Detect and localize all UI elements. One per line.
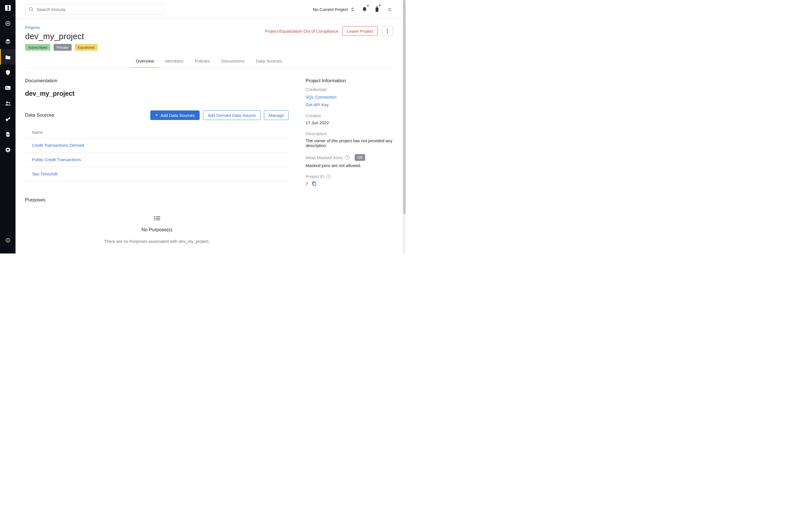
notifications-button[interactable] — [362, 6, 367, 12]
purposes-heading: Purposes — [25, 197, 289, 203]
project-id-value: 7 — [306, 181, 308, 186]
table-row: Taxi Timeshift — [25, 167, 289, 181]
masked-joins-label: Allow Masked Joins — [306, 155, 343, 160]
project-id-label: Project ID — [306, 174, 324, 179]
svg-rect-21 — [156, 218, 160, 219]
masked-joins-row: Allow Masked Joins ? Off — [306, 154, 393, 161]
tab-discussions[interactable]: Discussions — [220, 56, 246, 68]
sidebar-item-settings[interactable] — [0, 142, 15, 158]
svg-line-12 — [32, 10, 33, 11]
data-sources-header: Data Sources +Add Data Sources Add Deriv… — [25, 110, 289, 120]
sidebar-item-credentials[interactable] — [0, 111, 15, 126]
svg-rect-3 — [5, 86, 10, 90]
sidebar — [0, 0, 15, 253]
data-sources-heading: Data Sources — [25, 112, 54, 118]
notification-dot — [367, 5, 369, 6]
compliance-warning: Project Equalization Out of Compliance — [265, 29, 338, 34]
table-row: Public Credit Transactions — [25, 153, 289, 167]
svg-rect-19 — [156, 217, 160, 217]
plus-icon: + — [155, 113, 158, 118]
page-scrollbar[interactable] — [403, 0, 406, 253]
topbar-right: No Current Project C — [313, 6, 393, 12]
add-data-sources-button[interactable]: +Add Data Sources — [150, 110, 199, 120]
sidebar-item-console[interactable] — [0, 80, 15, 96]
sidebar-item-reports[interactable] — [0, 126, 15, 142]
masked-joins-toggle[interactable]: Off — [355, 154, 365, 161]
svg-point-16 — [387, 31, 388, 32]
key-icon — [5, 116, 11, 122]
copy-button[interactable] — [312, 181, 316, 186]
main-column: Documentation dev_my_project Data Source… — [25, 78, 289, 252]
data-sources-table: Name Credit Transactions Derived Public … — [25, 127, 289, 181]
data-source-link[interactable]: Credit Transactions Derived — [32, 143, 84, 148]
tab-policies[interactable]: Policies — [194, 56, 211, 68]
search-icon — [29, 7, 34, 12]
terminal-icon — [5, 86, 11, 90]
activity-button[interactable] — [375, 6, 379, 12]
purposes-empty-title: No Purpose(s) — [142, 227, 172, 233]
search-input[interactable] — [37, 7, 161, 12]
list-icon — [154, 216, 160, 221]
page-header-left: Projects dev_my_project Subscribed Priva… — [25, 25, 98, 51]
tab-overview[interactable]: Overview — [135, 56, 155, 68]
sidebar-item-collapse[interactable] — [0, 232, 15, 248]
data-sources-actions: +Add Data Sources Add Derived Data Sourc… — [150, 110, 289, 120]
table-header-name: Name — [25, 127, 289, 138]
layers-icon — [5, 39, 11, 44]
svg-point-10 — [6, 238, 10, 242]
breadcrumb-projects[interactable]: Projects — [25, 25, 40, 30]
search-box[interactable] — [25, 4, 165, 15]
leave-project-button[interactable]: Leave Project — [342, 26, 378, 36]
page-header-actions: Project Equalization Out of Compliance L… — [265, 25, 393, 36]
app-logo[interactable] — [0, 0, 15, 15]
help-icon[interactable]: ? — [326, 174, 331, 179]
plus-circle-icon — [5, 20, 11, 26]
avatar[interactable]: C — [387, 6, 393, 12]
sidebar-item-governance[interactable] — [0, 64, 15, 80]
project-switcher-label: No Current Project — [313, 7, 348, 12]
svg-point-6 — [8, 102, 10, 103]
sidebar-item-projects[interactable] — [0, 49, 15, 64]
svg-rect-8 — [7, 134, 8, 134]
credentials-label: Credentials — [306, 87, 393, 92]
shield-icon — [5, 69, 10, 75]
description-value: The owner of this project has not provid… — [306, 138, 393, 148]
tab-data-sources[interactable]: Data Sources — [255, 56, 283, 68]
purposes-section: Purposes No Purpose(s) There are no Purp… — [25, 197, 289, 252]
data-source-link[interactable]: Taxi Timeshift — [32, 172, 57, 176]
chip-equalized: Equalized — [75, 44, 98, 51]
copy-icon — [312, 181, 316, 186]
sidebar-divider — [0, 32, 15, 33]
unfold-icon — [351, 7, 354, 11]
project-switcher[interactable]: No Current Project — [313, 7, 354, 12]
svg-point-22 — [154, 219, 155, 221]
help-icon[interactable]: ? — [345, 155, 350, 160]
svg-point-5 — [6, 101, 8, 103]
speaker-icon — [375, 6, 379, 12]
manage-button[interactable]: Manage — [264, 110, 289, 120]
sidebar-item-people[interactable] — [0, 96, 15, 111]
scrollbar-thumb[interactable] — [403, 0, 405, 214]
add-data-sources-label: Add Data Sources — [160, 113, 195, 118]
more-actions-button[interactable] — [382, 26, 393, 36]
arrow-circle-icon — [5, 238, 10, 243]
get-api-key-link[interactable]: Get API Key — [306, 102, 393, 107]
sidebar-item-data-sources[interactable] — [0, 34, 15, 49]
created-label: Created — [306, 113, 393, 118]
sql-connection-link[interactable]: SQL Connection — [306, 95, 393, 100]
info-column: Project Information Credentials SQL Conn… — [306, 78, 393, 252]
body: Documentation dev_my_project Data Source… — [25, 78, 393, 252]
sidebar-item-add[interactable] — [0, 15, 15, 31]
add-derived-button[interactable]: Add Derived Data Source — [203, 110, 260, 120]
svg-point-15 — [387, 29, 388, 30]
topbar: No Current Project C — [15, 0, 403, 19]
purposes-empty-state: No Purpose(s) There are no Purposes asso… — [25, 216, 289, 252]
more-vertical-icon — [387, 29, 388, 33]
svg-point-11 — [29, 7, 33, 10]
tab-members[interactable]: Members — [164, 56, 185, 68]
data-source-link[interactable]: Public Credit Transactions — [32, 157, 81, 162]
chip-subscribed: Subscribed — [25, 44, 50, 51]
svg-rect-24 — [313, 182, 316, 186]
purposes-empty-subtitle: There are no Purposes associated with de… — [104, 239, 209, 244]
tabs: Overview Members Policies Discussions Da… — [25, 56, 393, 68]
